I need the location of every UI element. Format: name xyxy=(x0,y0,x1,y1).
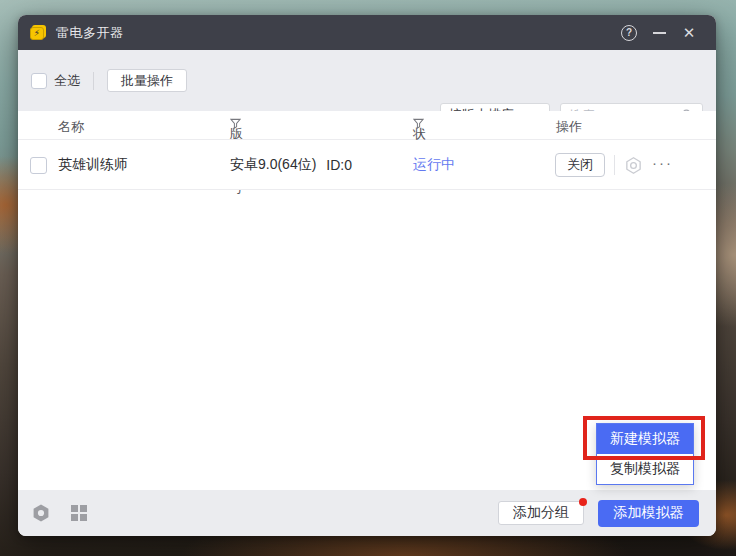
help-button[interactable]: ? xyxy=(614,18,644,48)
header-action: 操作 xyxy=(556,118,582,136)
notification-dot xyxy=(579,498,587,506)
menu-item-new-emulator[interactable]: 新建模拟器 xyxy=(597,424,693,454)
menu-item-copy-emulator[interactable]: 复制模拟器 xyxy=(597,454,693,484)
emulator-version-cell: 安卓9.0(64位) ID:0 xyxy=(230,140,352,190)
minimize-icon xyxy=(653,32,666,34)
row-checkbox[interactable] xyxy=(30,157,47,174)
add-emulator-button[interactable]: 添加模拟器 xyxy=(598,500,699,527)
table-header: 名称 版本/编号 状态 操作 xyxy=(18,111,716,140)
close-button[interactable]: ✕ xyxy=(674,18,704,48)
grid-view-icon[interactable] xyxy=(71,505,87,521)
emulator-id: ID:0 xyxy=(326,157,352,173)
select-all-checkbox[interactable] xyxy=(31,73,47,89)
toolbar-divider xyxy=(93,72,94,90)
row-actions: 关闭 ··· xyxy=(555,140,673,190)
footer-icon-group xyxy=(31,503,87,523)
batch-operations-button[interactable]: 批量操作 xyxy=(107,69,187,92)
window-title: 雷电多开器 xyxy=(56,24,124,42)
help-icon: ? xyxy=(621,25,637,41)
app-logo-icon: ⚡ xyxy=(30,25,47,41)
header-version[interactable]: 版本/编号 xyxy=(230,118,241,129)
row-action-divider xyxy=(614,155,615,175)
footer-right-group: 添加分组 添加模拟器 xyxy=(498,490,699,536)
desktop-wallpaper: ⚡ 雷电多开器 ? ✕ 全选 批量操作 按版本排序 xyxy=(0,0,736,556)
footer-bar: 添加分组 添加模拟器 xyxy=(18,490,716,536)
minimize-button[interactable] xyxy=(644,18,674,48)
app-window: ⚡ 雷电多开器 ? ✕ 全选 批量操作 按版本排序 xyxy=(18,15,716,536)
more-options-icon[interactable]: ··· xyxy=(652,155,673,176)
emulator-version: 安卓9.0(64位) xyxy=(230,156,316,174)
global-settings-icon[interactable] xyxy=(31,503,51,523)
header-status[interactable]: 状态 xyxy=(413,118,424,129)
emulator-status: 运行中 xyxy=(413,140,455,190)
stop-emulator-button[interactable]: 关闭 xyxy=(555,153,605,177)
table-row[interactable]: 英雄训练师 安卓9.0(64位) ID:0 运行中 关闭 ··· xyxy=(18,140,716,190)
add-emulator-context-menu: 新建模拟器 复制模拟器 xyxy=(596,423,694,485)
toolbar: 全选 批量操作 按版本排序 xyxy=(18,50,716,111)
lightning-icon: ⚡ xyxy=(30,27,44,40)
emulator-name: 英雄训练师 xyxy=(58,140,128,190)
settings-nut-icon[interactable] xyxy=(624,156,643,175)
header-name: 名称 xyxy=(58,118,84,136)
add-group-label: 添加分组 xyxy=(513,504,569,520)
titlebar: ⚡ 雷电多开器 ? ✕ xyxy=(18,15,716,50)
add-group-button[interactable]: 添加分组 xyxy=(498,501,584,525)
select-all-label: 全选 xyxy=(54,72,80,90)
